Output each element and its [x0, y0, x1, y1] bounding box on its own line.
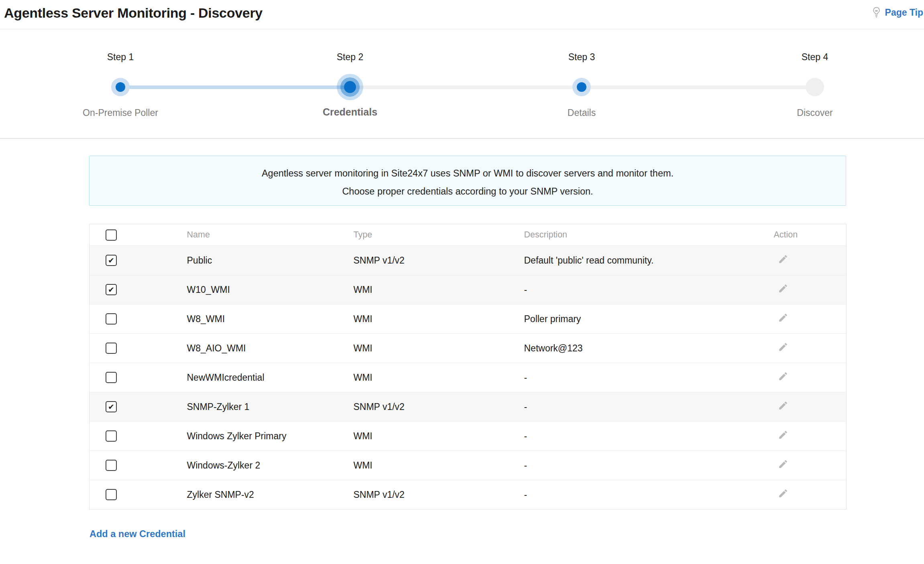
info-banner-line1: Agentless server monitoring in Site24x7 … — [90, 164, 846, 183]
step-dot-active[interactable] — [344, 81, 356, 93]
page-header: Agentless Server Monitoring - Discovery … — [0, 0, 924, 29]
credential-row: W8_WMIWMIPoller primary — [90, 304, 847, 334]
edit-pencil-icon[interactable] — [778, 400, 788, 411]
credential-row: NewWMIcredentialWMI- — [90, 363, 847, 392]
cell-description: - — [524, 275, 774, 304]
row-checkbox[interactable]: ✔ — [106, 401, 117, 412]
step-dot[interactable] — [806, 78, 824, 96]
cell-type: SNMP v1/v2 — [354, 246, 524, 275]
step-number: Step 1 — [32, 52, 209, 63]
step-dot[interactable] — [116, 82, 125, 92]
step-label: Discover — [727, 108, 903, 118]
step-number: Step 4 — [727, 52, 903, 63]
discovery-step-indicator: Step 1 On-Premise Poller Step 2 Credenti… — [0, 29, 924, 139]
step-number: Step 2 — [262, 52, 438, 63]
cell-type: WMI — [354, 363, 524, 392]
cell-type: WMI — [354, 304, 524, 334]
cell-name: NewWMIcredential — [187, 363, 354, 392]
cell-type: WMI — [354, 422, 524, 451]
edit-pencil-icon[interactable] — [778, 254, 788, 264]
step-label: Credentials — [262, 106, 438, 118]
step-dot[interactable] — [577, 82, 586, 92]
page-tip-button[interactable]: Page Tip — [871, 6, 924, 18]
credential-row: Zylker SNMP-v2SNMP v1/v2- — [90, 480, 847, 509]
edit-pencil-icon[interactable] — [778, 283, 788, 294]
credential-row: ✔W10_WMIWMI- — [90, 275, 847, 304]
cell-type: WMI — [354, 334, 524, 363]
row-checkbox[interactable] — [106, 372, 117, 383]
edit-pencil-icon[interactable] — [778, 430, 788, 440]
column-header-description: Description — [524, 224, 774, 246]
cell-description: Network@123 — [524, 334, 774, 363]
cell-description: - — [524, 392, 774, 422]
edit-pencil-icon[interactable] — [778, 488, 788, 499]
row-checkbox[interactable]: ✔ — [106, 255, 117, 266]
add-credential-link[interactable]: Add a new Credential — [90, 529, 185, 540]
credential-row: Windows-Zylker 2WMI- — [90, 451, 847, 480]
cell-name: Windows Zylker Primary — [187, 422, 354, 451]
cell-name: W8_AIO_WMI — [187, 334, 354, 363]
cell-description: - — [524, 363, 774, 392]
credentials-table: Name Type Description Action ✔PublicSNMP… — [89, 224, 847, 509]
edit-pencil-icon[interactable] — [778, 371, 788, 381]
step-label: Details — [493, 108, 670, 118]
row-checkbox[interactable] — [106, 460, 117, 471]
table-header-row: Name Type Description Action — [90, 224, 847, 246]
page-title: Agentless Server Monitoring - Discovery — [4, 5, 263, 21]
step-1-on-premise-poller: Step 1 On-Premise Poller — [32, 29, 209, 138]
cell-type: WMI — [354, 451, 524, 480]
page-tip-label: Page Tip — [885, 7, 923, 18]
row-checkbox[interactable] — [106, 343, 117, 354]
credential-row: Windows Zylker PrimaryWMI- — [90, 422, 847, 451]
cell-type: SNMP v1/v2 — [354, 480, 524, 509]
step-label: On-Premise Poller — [32, 108, 209, 118]
row-checkbox[interactable] — [106, 430, 117, 442]
step-4-discover: Step 4 Discover — [727, 29, 903, 138]
edit-pencil-icon[interactable] — [778, 459, 788, 469]
cell-name: Windows-Zylker 2 — [187, 451, 354, 480]
cell-name: Public — [187, 246, 354, 275]
step-2-credentials: Step 2 Credentials — [262, 29, 438, 138]
credential-row: W8_AIO_WMIWMINetwork@123 — [90, 334, 847, 363]
select-all-checkbox[interactable] — [106, 229, 117, 241]
cell-type: SNMP v1/v2 — [354, 392, 524, 422]
column-header-action: Action — [774, 224, 847, 246]
cell-description: Poller primary — [524, 304, 774, 334]
edit-pencil-icon[interactable] — [778, 312, 788, 323]
column-header-type: Type — [354, 224, 524, 246]
credential-row: ✔SNMP-Zylker 1SNMP v1/v2- — [90, 392, 847, 422]
step-number: Step 3 — [493, 52, 670, 63]
cell-name: W10_WMI — [187, 275, 354, 304]
row-checkbox[interactable]: ✔ — [106, 284, 117, 295]
row-checkbox[interactable] — [106, 313, 117, 325]
cell-name: SNMP-Zylker 1 — [187, 392, 354, 422]
credentials-table-body: ✔PublicSNMP v1/v2Default 'public' read c… — [90, 246, 847, 509]
row-checkbox[interactable] — [106, 489, 117, 500]
credential-row: ✔PublicSNMP v1/v2Default 'public' read c… — [90, 246, 847, 275]
info-banner-line2: Choose proper credentials according to y… — [90, 183, 846, 201]
cell-description: - — [524, 480, 774, 509]
column-header-name: Name — [187, 224, 354, 246]
cell-type: WMI — [354, 275, 524, 304]
cell-description: Default 'public' read community. — [524, 246, 774, 275]
cell-description: - — [524, 451, 774, 480]
info-banner: Agentless server monitoring in Site24x7 … — [89, 156, 846, 206]
lightbulb-icon — [871, 6, 881, 18]
cell-name: Zylker SNMP-v2 — [187, 480, 354, 509]
cell-name: W8_WMI — [187, 304, 354, 334]
step-3-details: Step 3 Details — [493, 29, 670, 138]
edit-pencil-icon[interactable] — [778, 342, 788, 352]
cell-description: - — [524, 422, 774, 451]
